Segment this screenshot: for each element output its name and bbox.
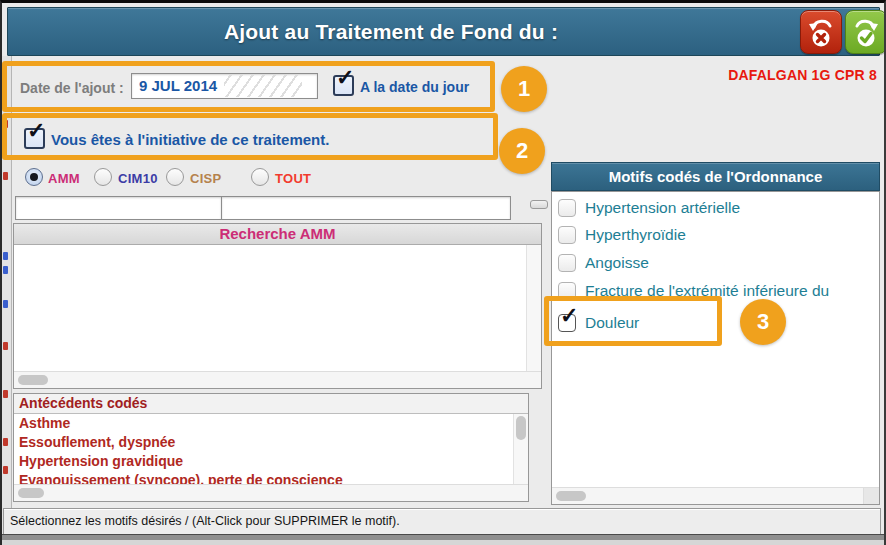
motif-label: Hypertension artérielle [585, 199, 740, 217]
edge-artifact [3, 390, 8, 398]
edge-artifact [3, 438, 8, 446]
antecedents-panel: Antécédents codés Asthme Essouflement, d… [13, 393, 529, 502]
motifs-header: Motifs codés de l'Ordonnance [551, 162, 880, 191]
scrollbar-thumb[interactable] [556, 491, 586, 501]
radio-cisp-label: CISP [190, 171, 222, 186]
scrollbar-thumb[interactable] [18, 488, 44, 498]
date-value: 9 JUL 2014 [139, 77, 217, 94]
motif-checkbox[interactable] [558, 254, 576, 272]
cancel-button[interactable] [800, 10, 842, 54]
confirm-button[interactable] [845, 10, 886, 54]
motif-checkbox[interactable] [558, 199, 576, 217]
status-text: Sélectionnez les motifs désirés / (Alt-C… [10, 509, 400, 533]
motif-row[interactable]: Fracture de l'extrémité inférieure du [552, 278, 879, 305]
background-window-sliver [2, 56, 12, 534]
edge-artifact [3, 172, 8, 180]
search-input-1[interactable] [15, 196, 222, 220]
dialog-title: Ajout au Traitement de Fond du : [8, 8, 774, 55]
splitter-handle[interactable] [530, 200, 548, 209]
antecedent-item[interactable]: Asthme [14, 414, 514, 433]
motif-label: Hyperthyroïdie [585, 226, 686, 244]
radio-amm-label: AMM [48, 171, 80, 186]
radio-cim10[interactable] [94, 168, 112, 186]
antecedent-item[interactable]: Essouflement, dyspnée [14, 433, 514, 452]
date-label: Date de l'ajout : [20, 80, 124, 96]
scrollbar-thumb[interactable] [18, 375, 48, 385]
title-bar: Ajout au Traitement de Fond du : [7, 7, 880, 56]
antecedents-horizontal-scrollbar[interactable] [14, 484, 528, 501]
antecedent-item[interactable]: Evanouissement (syncope), perte de consc… [14, 471, 514, 485]
status-bar: Sélectionnez les motifs désirés / (Alt-C… [3, 508, 881, 535]
recherche-amm-header: Recherche AMM [14, 224, 541, 245]
motif-row[interactable]: Douleur [552, 310, 879, 337]
radio-amm[interactable] [25, 168, 43, 186]
scrollbar-corner [863, 487, 879, 504]
radio-tout-label: TOUT [275, 171, 311, 186]
today-checkbox[interactable] [333, 75, 354, 96]
radio-cisp[interactable] [166, 168, 184, 186]
motif-row[interactable]: Hypertension artérielle [552, 195, 879, 222]
initiative-label: Vous êtes à l'initiative de ce traitemen… [51, 131, 329, 148]
recherche-horizontal-scrollbar[interactable] [14, 371, 541, 388]
motif-checkbox[interactable] [558, 282, 576, 300]
edge-artifact [3, 300, 8, 308]
annotation-step-2: 2 [499, 128, 545, 174]
edge-artifact [3, 120, 8, 128]
recherche-amm-results[interactable] [14, 245, 527, 371]
antecedents-header: Antécédents codés [14, 394, 528, 414]
motif-label: Douleur [585, 314, 639, 332]
motif-row[interactable]: Angoisse [552, 250, 879, 277]
edge-artifact [3, 266, 8, 274]
motifs-panel: Hypertension artérielle Hyperthyroïdie A… [551, 191, 880, 505]
today-checkbox-label: A la date du jour [360, 79, 469, 95]
annotation-step-3: 3 [740, 299, 786, 345]
edge-artifact [3, 252, 8, 260]
radio-cim10-label: CIM10 [118, 171, 158, 186]
search-input-2[interactable] [221, 196, 511, 220]
motif-label: Fracture de l'extrémité inférieure du [585, 282, 829, 300]
motif-row[interactable]: Hyperthyroïdie [552, 222, 879, 249]
motif-checkbox[interactable] [558, 314, 576, 332]
annotation-step-1: 1 [501, 66, 547, 112]
desktop-sliver [0, 540, 886, 545]
date-input[interactable]: 9 JUL 2014 [131, 73, 318, 99]
antecedents-vertical-scrollbar[interactable] [513, 414, 528, 485]
recherche-vertical-scrollbar[interactable] [526, 245, 541, 372]
motifs-horizontal-scrollbar[interactable] [552, 487, 879, 504]
edge-artifact [3, 466, 8, 474]
initiative-checkbox[interactable] [24, 128, 45, 149]
edge-artifact [3, 342, 8, 350]
recherche-amm-panel: Recherche AMM [13, 223, 542, 389]
motif-checkbox[interactable] [558, 226, 576, 244]
motif-label: Angoisse [585, 254, 649, 272]
medication-name: DAFALGAN 1G CPR 8 [728, 67, 877, 83]
radio-tout[interactable] [251, 168, 269, 186]
scrollbar-thumb[interactable] [516, 416, 526, 440]
antecedent-item[interactable]: Hypertension gravidique [14, 452, 514, 471]
